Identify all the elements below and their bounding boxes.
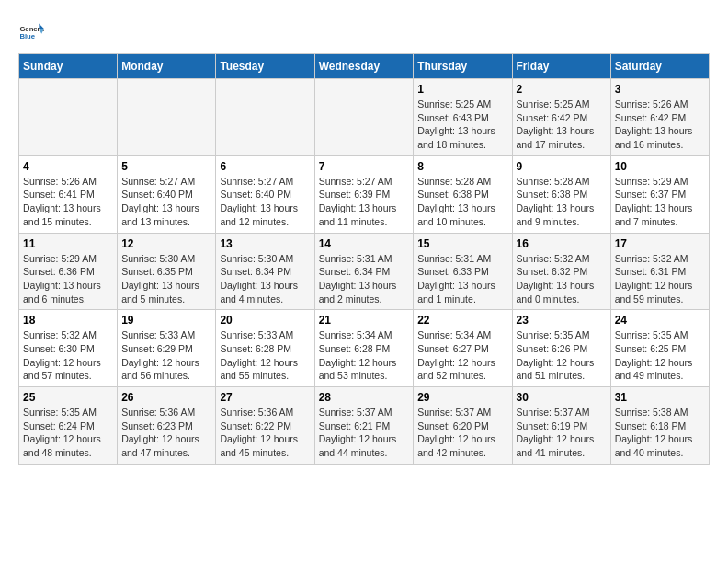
- header-sunday: Sunday: [19, 54, 118, 79]
- day-number: 23: [517, 314, 607, 327]
- day-info: Sunrise: 5:27 AMSunset: 6:39 PMDaylight:…: [319, 175, 410, 229]
- calendar-cell: 26Sunrise: 5:36 AMSunset: 6:23 PMDayligh…: [118, 387, 216, 465]
- calendar-cell: 9Sunrise: 5:28 AMSunset: 6:38 PMDaylight…: [512, 155, 610, 233]
- day-number: 9: [517, 160, 607, 173]
- svg-text:Blue: Blue: [19, 32, 35, 40]
- day-number: 30: [517, 391, 607, 404]
- calendar-cell: 4Sunrise: 5:26 AMSunset: 6:41 PMDaylight…: [19, 155, 118, 233]
- calendar-cell: 3Sunrise: 5:26 AMSunset: 6:42 PMDaylight…: [610, 79, 709, 156]
- day-info: Sunrise: 5:27 AMSunset: 6:40 PMDaylight:…: [220, 175, 310, 229]
- calendar-cell: 22Sunrise: 5:34 AMSunset: 6:27 PMDayligh…: [414, 310, 512, 387]
- calendar-cell: 24Sunrise: 5:35 AMSunset: 6:25 PMDayligh…: [610, 310, 709, 387]
- calendar-cell: 12Sunrise: 5:30 AMSunset: 6:35 PMDayligh…: [118, 233, 216, 310]
- day-number: 2: [517, 83, 607, 96]
- calendar-cell: 1Sunrise: 5:25 AMSunset: 6:43 PMDaylight…: [414, 79, 512, 156]
- day-info: Sunrise: 5:37 AMSunset: 6:19 PMDaylight:…: [517, 406, 607, 460]
- calendar-cell: 29Sunrise: 5:37 AMSunset: 6:20 PMDayligh…: [414, 387, 512, 465]
- day-number: 16: [517, 237, 607, 250]
- day-number: 18: [23, 314, 113, 327]
- day-info: Sunrise: 5:30 AMSunset: 6:34 PMDaylight:…: [220, 252, 310, 306]
- day-info: Sunrise: 5:35 AMSunset: 6:26 PMDaylight:…: [517, 328, 607, 383]
- calendar-table: SundayMondayTuesdayWednesdayThursdayFrid…: [18, 53, 710, 465]
- calendar-cell: 21Sunrise: 5:34 AMSunset: 6:28 PMDayligh…: [314, 310, 414, 387]
- header-row: SundayMondayTuesdayWednesdayThursdayFrid…: [19, 54, 710, 79]
- day-number: 12: [121, 237, 211, 250]
- calendar-cell: [19, 79, 118, 156]
- day-info: Sunrise: 5:34 AMSunset: 6:28 PMDaylight:…: [319, 328, 410, 383]
- calendar-cell: 23Sunrise: 5:35 AMSunset: 6:26 PMDayligh…: [512, 310, 610, 387]
- calendar-cell: 13Sunrise: 5:30 AMSunset: 6:34 PMDayligh…: [216, 233, 314, 310]
- day-number: 1: [417, 83, 507, 96]
- calendar-cell: 10Sunrise: 5:29 AMSunset: 6:37 PMDayligh…: [610, 155, 709, 233]
- calendar-cell: 17Sunrise: 5:32 AMSunset: 6:31 PMDayligh…: [610, 233, 709, 310]
- day-number: 7: [319, 160, 410, 173]
- day-number: 13: [220, 237, 310, 250]
- day-info: Sunrise: 5:33 AMSunset: 6:29 PMDaylight:…: [121, 328, 211, 383]
- day-info: Sunrise: 5:28 AMSunset: 6:38 PMDaylight:…: [517, 175, 607, 229]
- day-info: Sunrise: 5:36 AMSunset: 6:23 PMDaylight:…: [121, 406, 211, 460]
- calendar-cell: 2Sunrise: 5:25 AMSunset: 6:42 PMDaylight…: [512, 79, 610, 156]
- header-tuesday: Tuesday: [216, 54, 314, 79]
- header-saturday: Saturday: [610, 54, 709, 79]
- day-info: Sunrise: 5:31 AMSunset: 6:34 PMDaylight:…: [319, 252, 410, 306]
- calendar-cell: 28Sunrise: 5:37 AMSunset: 6:21 PMDayligh…: [314, 387, 414, 465]
- day-info: Sunrise: 5:34 AMSunset: 6:27 PMDaylight:…: [417, 328, 507, 383]
- day-info: Sunrise: 5:27 AMSunset: 6:40 PMDaylight:…: [121, 175, 211, 229]
- day-info: Sunrise: 5:35 AMSunset: 6:24 PMDaylight:…: [23, 406, 113, 460]
- header-monday: Monday: [118, 54, 216, 79]
- day-info: Sunrise: 5:29 AMSunset: 6:36 PMDaylight:…: [23, 252, 113, 306]
- day-number: 25: [23, 391, 113, 404]
- day-info: Sunrise: 5:30 AMSunset: 6:35 PMDaylight:…: [121, 252, 211, 306]
- calendar-cell: 6Sunrise: 5:27 AMSunset: 6:40 PMDaylight…: [216, 155, 314, 233]
- logo: General Blue: [18, 18, 44, 44]
- header-friday: Friday: [512, 54, 610, 79]
- calendar-cell: 20Sunrise: 5:33 AMSunset: 6:28 PMDayligh…: [216, 310, 314, 387]
- day-number: 3: [615, 83, 705, 96]
- day-number: 29: [417, 391, 507, 404]
- day-number: 5: [121, 160, 211, 173]
- day-number: 28: [319, 391, 410, 404]
- calendar-cell: 30Sunrise: 5:37 AMSunset: 6:19 PMDayligh…: [512, 387, 610, 465]
- day-number: 21: [319, 314, 410, 327]
- day-info: Sunrise: 5:25 AMSunset: 6:43 PMDaylight:…: [417, 98, 507, 152]
- calendar-cell: [118, 79, 216, 156]
- day-number: 15: [417, 237, 507, 250]
- calendar-cell: 14Sunrise: 5:31 AMSunset: 6:34 PMDayligh…: [314, 233, 414, 310]
- day-number: 26: [121, 391, 211, 404]
- calendar-cell: 7Sunrise: 5:27 AMSunset: 6:39 PMDaylight…: [314, 155, 414, 233]
- calendar-cell: [216, 79, 314, 156]
- calendar-header: SundayMondayTuesdayWednesdayThursdayFrid…: [19, 54, 710, 79]
- day-info: Sunrise: 5:25 AMSunset: 6:42 PMDaylight:…: [517, 98, 607, 152]
- calendar-cell: 31Sunrise: 5:38 AMSunset: 6:18 PMDayligh…: [610, 387, 709, 465]
- day-number: 14: [319, 237, 410, 250]
- day-number: 20: [220, 314, 310, 327]
- calendar-cell: 18Sunrise: 5:32 AMSunset: 6:30 PMDayligh…: [19, 310, 118, 387]
- calendar-cell: 25Sunrise: 5:35 AMSunset: 6:24 PMDayligh…: [19, 387, 118, 465]
- calendar-cell: 16Sunrise: 5:32 AMSunset: 6:32 PMDayligh…: [512, 233, 610, 310]
- day-info: Sunrise: 5:32 AMSunset: 6:32 PMDaylight:…: [517, 252, 607, 306]
- week-row-2: 11Sunrise: 5:29 AMSunset: 6:36 PMDayligh…: [19, 233, 710, 310]
- calendar-cell: 5Sunrise: 5:27 AMSunset: 6:40 PMDaylight…: [118, 155, 216, 233]
- day-number: 27: [220, 391, 310, 404]
- calendar-cell: 11Sunrise: 5:29 AMSunset: 6:36 PMDayligh…: [19, 233, 118, 310]
- day-info: Sunrise: 5:32 AMSunset: 6:30 PMDaylight:…: [23, 328, 113, 383]
- week-row-4: 25Sunrise: 5:35 AMSunset: 6:24 PMDayligh…: [19, 387, 710, 465]
- day-info: Sunrise: 5:36 AMSunset: 6:22 PMDaylight:…: [220, 406, 310, 460]
- calendar-body: 1Sunrise: 5:25 AMSunset: 6:43 PMDaylight…: [19, 79, 710, 465]
- day-number: 8: [417, 160, 507, 173]
- day-number: 4: [23, 160, 113, 173]
- day-number: 11: [23, 237, 113, 250]
- day-info: Sunrise: 5:38 AMSunset: 6:18 PMDaylight:…: [615, 406, 705, 460]
- day-info: Sunrise: 5:31 AMSunset: 6:33 PMDaylight:…: [417, 252, 507, 306]
- day-info: Sunrise: 5:26 AMSunset: 6:41 PMDaylight:…: [23, 175, 113, 229]
- calendar-cell: [314, 79, 414, 156]
- day-info: Sunrise: 5:37 AMSunset: 6:21 PMDaylight:…: [319, 406, 410, 460]
- calendar-cell: 8Sunrise: 5:28 AMSunset: 6:38 PMDaylight…: [414, 155, 512, 233]
- calendar-cell: 15Sunrise: 5:31 AMSunset: 6:33 PMDayligh…: [414, 233, 512, 310]
- calendar-cell: 27Sunrise: 5:36 AMSunset: 6:22 PMDayligh…: [216, 387, 314, 465]
- header-wednesday: Wednesday: [314, 54, 414, 79]
- day-info: Sunrise: 5:29 AMSunset: 6:37 PMDaylight:…: [615, 175, 705, 229]
- calendar-cell: 19Sunrise: 5:33 AMSunset: 6:29 PMDayligh…: [118, 310, 216, 387]
- week-row-0: 1Sunrise: 5:25 AMSunset: 6:43 PMDaylight…: [19, 79, 710, 156]
- day-info: Sunrise: 5:33 AMSunset: 6:28 PMDaylight:…: [220, 328, 310, 383]
